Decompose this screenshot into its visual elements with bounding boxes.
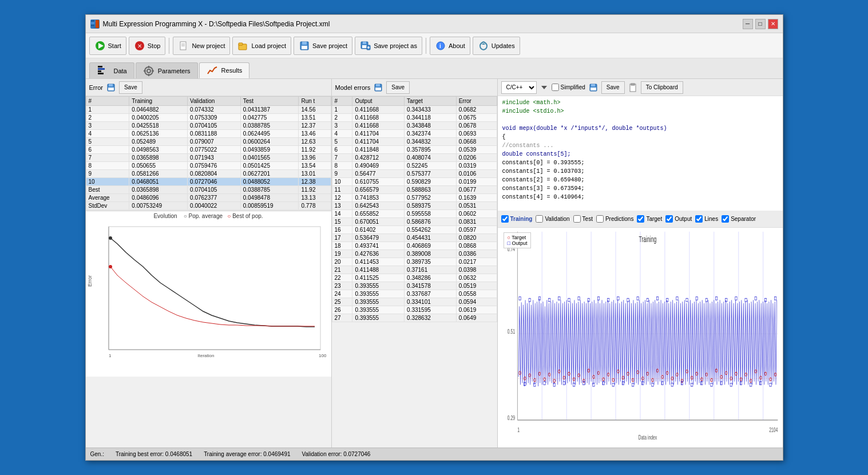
stop-icon: ✕: [134, 40, 145, 52]
model-table-row[interactable]: 130.6425430.5893750.0531: [332, 202, 497, 210]
simplified-checkbox[interactable]: [552, 84, 559, 91]
maximize-button[interactable]: □: [755, 19, 766, 29]
model-table-row[interactable]: 270.3935550.3286320.0649: [332, 314, 497, 322]
model-table-row[interactable]: 230.3935550.3415780.0519: [332, 282, 497, 290]
mcol-num: #: [332, 97, 352, 106]
model-table-row[interactable]: 80.4904690.522450.0319: [332, 162, 497, 170]
tab-parameters[interactable]: Parameters: [136, 62, 198, 78]
model-table-row[interactable]: 120.7418530.5779520.1639: [332, 194, 497, 202]
model-table-row[interactable]: 240.3935550.3376870.0558: [332, 290, 497, 298]
table-cell: 0.0775022: [188, 146, 241, 154]
model-table-cell: 2: [332, 114, 352, 122]
table-row[interactable]: 20.04002050.07533090.04277513.51: [86, 114, 331, 122]
model-table-row[interactable]: 60.4118480.3578950.0539: [332, 146, 497, 154]
table-cell: 0.079007: [188, 138, 241, 146]
model-table-row[interactable]: 40.4117040.3423740.0693: [332, 130, 497, 138]
model-table-cell: 1: [332, 106, 352, 114]
about-button[interactable]: i About: [430, 37, 470, 55]
model-table-cell: 20: [332, 258, 352, 266]
table-row[interactable]: 90.05812660.08208040.062720113.01: [86, 170, 331, 178]
model-table-cell: 0.337687: [405, 290, 457, 298]
validation-checkbox-label[interactable]: Validation: [536, 215, 569, 223]
table-row[interactable]: 50.0524890.0790070.060026412.63: [86, 138, 331, 146]
model-table-row[interactable]: 100.6107550.5908290.0199: [332, 178, 497, 186]
table-row[interactable]: 100.04680510.07270460.048805212.38: [86, 178, 331, 186]
model-table-row[interactable]: 180.4937410.4068690.0868: [332, 242, 497, 250]
stop-button[interactable]: ✕ Stop: [129, 37, 166, 55]
separator-checkbox[interactable]: [722, 215, 729, 223]
simplified-checkbox-label[interactable]: Simplified: [552, 84, 585, 91]
model-table-row[interactable]: 150.6700510.5868760.0831: [332, 218, 497, 226]
clipboard-button[interactable]: To Clipboard: [641, 81, 683, 94]
training-checkbox[interactable]: [501, 215, 509, 223]
table-row[interactable]: 70.03658980.0719430.040156513.96: [86, 154, 331, 162]
minimize-button[interactable]: ─: [743, 19, 753, 29]
new-project-label: New project: [192, 42, 225, 49]
model-table-row[interactable]: 30.4116680.3438480.0678: [332, 122, 497, 130]
updates-button[interactable]: Updates: [473, 37, 520, 55]
model-table-cell: 17: [332, 234, 352, 242]
lines-checkbox[interactable]: [695, 215, 703, 223]
output-checkbox[interactable]: [665, 215, 673, 223]
summary-cell: 11.92: [299, 186, 331, 194]
new-project-button[interactable]: New project: [173, 37, 230, 55]
model-table-cell: 0.0682: [456, 106, 497, 114]
model-table-cell: 0.411453: [352, 258, 405, 266]
table-row[interactable]: 30.04255180.07041050.038878512.37: [86, 122, 331, 130]
close-button[interactable]: ✕: [768, 19, 778, 29]
model-save-button[interactable]: Save: [386, 81, 410, 94]
test-checkbox[interactable]: [573, 215, 581, 223]
model-table-row[interactable]: 140.6558520.5955580.0602: [332, 210, 497, 218]
tab-data[interactable]: Data: [89, 62, 134, 78]
target-checkbox[interactable]: [637, 215, 644, 223]
model-errors-scroll[interactable]: # Output Target Error 10.4116680.3434330…: [332, 96, 497, 448]
table-row[interactable]: 40.06251360.08311880.062449513.46: [86, 130, 331, 138]
model-table-row[interactable]: 110.6565790.5888630.0677: [332, 186, 497, 194]
table-row[interactable]: 60.04985630.07750220.049385911.92: [86, 146, 331, 154]
model-table-row[interactable]: 220.4115250.3482860.0632: [332, 274, 497, 282]
svg-point-28: [145, 67, 153, 75]
table-cell: 13.51: [299, 114, 331, 122]
model-table-row[interactable]: 260.3935550.3315950.0619: [332, 306, 497, 314]
model-table-row[interactable]: 210.4114880.371610.0398: [332, 266, 497, 274]
code-save-button[interactable]: Save: [601, 81, 625, 94]
model-table-row[interactable]: 20.4116680.3441180.0675: [332, 114, 497, 122]
model-table-cell: 0.389008: [405, 250, 457, 258]
model-table-row[interactable]: 190.4276360.3890080.0386: [332, 250, 497, 258]
model-table-row[interactable]: 10.4116680.3434330.0682: [332, 106, 497, 114]
training-best-status: Training best error: 0.0468051: [116, 451, 192, 457]
svg-point-45: [109, 265, 112, 268]
start-button[interactable]: Start: [89, 37, 126, 55]
model-table-row[interactable]: 50.4117040.3448320.0668: [332, 138, 497, 146]
tab-results[interactable]: Results: [199, 62, 250, 78]
model-table-row[interactable]: 250.3935550.3341010.0594: [332, 298, 497, 306]
model-table-cell: 0.670051: [352, 218, 405, 226]
model-table-cell: 0.655852: [352, 210, 405, 218]
predictions-checkbox[interactable]: [596, 215, 604, 223]
save-project-as-button[interactable]: Save project as: [355, 37, 422, 55]
error-save-button[interactable]: Save: [119, 81, 142, 94]
output-checkbox-label[interactable]: Output: [665, 215, 692, 223]
error-table-scroll[interactable]: # Training Validation Test Run t 10.0464…: [86, 96, 331, 211]
model-table-row[interactable]: 70.4287120.4080740.0206: [332, 154, 497, 162]
test-checkbox-label[interactable]: Test: [573, 215, 593, 223]
table-row[interactable]: 10.04648820.0743320.043138714.56: [86, 106, 331, 114]
model-table-row[interactable]: 90.564770.5753770.0106: [332, 170, 497, 178]
model-table-row[interactable]: 170.5364790.4544310.0820: [332, 234, 497, 242]
separator-checkbox-label[interactable]: Separator: [722, 215, 756, 223]
training-checkbox-label[interactable]: Training: [501, 215, 533, 223]
target-checkbox-label[interactable]: Target: [637, 215, 662, 223]
validation-checkbox[interactable]: [536, 215, 543, 223]
model-table-row[interactable]: 200.4114530.3897350.0217: [332, 258, 497, 266]
save-project-button[interactable]: Save project: [294, 37, 352, 55]
model-table-row[interactable]: 160.614020.5542620.0597: [332, 226, 497, 234]
table-cell: 0.0625136: [129, 130, 188, 138]
model-table-cell: 0.0632: [456, 274, 497, 282]
load-project-button[interactable]: Load project: [232, 37, 291, 55]
predictions-checkbox-label[interactable]: Predictions: [596, 215, 633, 223]
code-area[interactable]: #include <math.h>#include <stdio.h> void…: [498, 96, 783, 211]
table-row[interactable]: 80.0506550.07594760.050142513.54: [86, 162, 331, 170]
model-table-cell: 0.61402: [352, 226, 405, 234]
language-select[interactable]: C/C++ Python Java: [501, 81, 537, 94]
lines-checkbox-label[interactable]: Lines: [695, 215, 718, 223]
